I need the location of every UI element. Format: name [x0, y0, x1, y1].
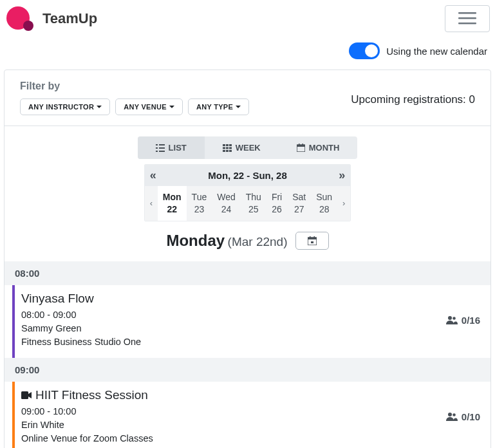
filter-instructor-label: ANY INSTRUCTOR — [28, 103, 94, 111]
logo-icon — [5, 5, 36, 32]
caret-down-icon — [97, 106, 102, 108]
next-day-button[interactable]: › — [337, 198, 350, 208]
svg-rect-7 — [156, 147, 158, 149]
day-cell[interactable]: Thu25 — [241, 186, 266, 221]
svg-point-32 — [448, 413, 452, 416]
event-capacity-text: 0/10 — [462, 411, 480, 422]
svg-rect-22 — [299, 144, 300, 145]
svg-point-29 — [448, 316, 452, 320]
calendar-toggle-row: Using the new calendar — [0, 37, 495, 70]
filter-type-label: ANY TYPE — [196, 103, 233, 111]
schedule-list: 08:00Vinyasa Flow08:00 - 09:00Sammy Gree… — [5, 261, 490, 448]
event-instructor: Erin White — [21, 418, 446, 432]
day-cell[interactable]: Sat27 — [287, 186, 311, 221]
svg-rect-4 — [458, 23, 476, 24]
filter-venue-label: ANY VENUE — [124, 103, 167, 111]
users-icon — [446, 315, 458, 324]
date-title-row: Monday (Mar 22nd) — [5, 224, 490, 261]
svg-rect-14 — [223, 147, 225, 149]
svg-rect-26 — [310, 236, 311, 238]
day-label: Thu — [246, 191, 261, 203]
event-row[interactable]: Vinyasa Flow08:00 - 09:00Sammy GreenFitn… — [12, 285, 490, 358]
day-label: Sat — [292, 191, 306, 203]
filter-type-dropdown[interactable]: ANY TYPE — [188, 98, 249, 115]
filter-venue-dropdown[interactable]: ANY VENUE — [115, 98, 183, 115]
caret-down-icon — [236, 106, 241, 108]
svg-rect-12 — [226, 144, 229, 146]
app-header: TeamUp — [0, 0, 495, 37]
filter-title: Filter by — [20, 80, 249, 92]
event-title: HIIT Fitness Session — [21, 388, 446, 402]
event-capacity-text: 0/16 — [462, 315, 480, 326]
svg-rect-13 — [229, 144, 232, 146]
caret-down-icon — [169, 106, 174, 108]
day-label: Fri — [272, 191, 282, 203]
svg-rect-6 — [159, 144, 165, 145]
calendar-panel: Filter by ANY INSTRUCTOR ANY VENUE ANY T… — [4, 70, 491, 448]
event-title-text: Vinyasa Flow — [21, 292, 94, 306]
svg-point-33 — [453, 414, 456, 417]
prev-week-button[interactable]: « — [150, 169, 156, 182]
day-cell[interactable]: Tue23 — [187, 186, 212, 221]
event-capacity: 0/16 — [446, 315, 480, 326]
grid-icon — [223, 144, 232, 152]
switch-knob — [365, 44, 378, 57]
event-venue: Online Venue for Zoom Classes — [21, 432, 446, 445]
svg-rect-5 — [156, 144, 158, 145]
event-time: 08:00 - 09:00 — [21, 308, 446, 322]
day-num: 27 — [292, 203, 306, 216]
svg-rect-8 — [159, 147, 165, 149]
video-icon — [21, 391, 32, 399]
day-cell[interactable]: Wed24 — [212, 186, 241, 221]
view-tab-month[interactable]: MONTH — [279, 136, 358, 159]
svg-point-1 — [23, 21, 33, 31]
time-header: 08:00 — [5, 261, 490, 285]
day-cell[interactable]: Fri26 — [266, 186, 287, 221]
date-title-sub: (Mar 22nd) — [228, 235, 288, 248]
list-icon — [156, 144, 165, 152]
menu-toggle-button[interactable] — [445, 5, 490, 32]
svg-rect-18 — [226, 150, 229, 152]
svg-rect-23 — [302, 144, 303, 145]
day-label: Tue — [192, 191, 207, 203]
event-capacity: 0/10 — [446, 411, 480, 422]
day-label: Mon — [163, 191, 182, 203]
date-title-main: Monday — [166, 232, 225, 249]
svg-rect-10 — [159, 151, 165, 152]
hamburger-icon — [458, 12, 476, 25]
event-instructor: Sammy Green — [21, 322, 446, 335]
event-body: HIIT Fitness Session09:00 - 10:00Erin Wh… — [21, 388, 446, 445]
day-num: 26 — [272, 203, 282, 216]
view-tab-list-label: LIST — [169, 143, 187, 153]
calendar-icon — [308, 236, 317, 245]
date-picker-button[interactable] — [295, 232, 329, 250]
svg-rect-15 — [226, 147, 229, 149]
svg-rect-25 — [308, 238, 317, 239]
prev-day-button[interactable]: ‹ — [145, 198, 158, 208]
day-cell[interactable]: Mon22 — [158, 186, 187, 221]
view-tab-list[interactable]: LIST — [138, 136, 205, 159]
day-row: ‹ Mon22Tue23Wed24Thu25Fri26Sat27Sun28› — [145, 186, 350, 221]
filter-row: Filter by ANY INSTRUCTOR ANY VENUE ANY T… — [5, 70, 490, 126]
svg-rect-31 — [21, 391, 28, 399]
svg-rect-27 — [313, 236, 315, 238]
svg-rect-21 — [297, 145, 305, 147]
svg-rect-17 — [223, 150, 225, 152]
event-title-text: HIIT Fitness Session — [35, 388, 148, 402]
view-toggle: LIST WEEK — [5, 126, 490, 164]
view-tab-week[interactable]: WEEK — [205, 136, 279, 159]
users-icon — [446, 412, 458, 421]
svg-rect-16 — [229, 147, 232, 149]
next-week-button[interactable]: » — [339, 169, 345, 182]
day-cell[interactable]: Sun28 — [311, 186, 337, 221]
day-label: Sun — [316, 191, 332, 203]
event-time: 09:00 - 10:00 — [21, 405, 446, 418]
day-num: 25 — [246, 203, 261, 216]
week-nav: « Mon, 22 - Sun, 28 » ‹ Mon22Tue23Wed24T… — [5, 164, 490, 224]
event-row[interactable]: HIIT Fitness Session09:00 - 10:00Erin Wh… — [12, 382, 490, 448]
brand: TeamUp — [5, 5, 97, 32]
svg-rect-2 — [458, 12, 476, 14]
svg-rect-3 — [458, 17, 476, 19]
toggle-switch[interactable] — [349, 42, 380, 59]
filter-instructor-dropdown[interactable]: ANY INSTRUCTOR — [20, 98, 110, 115]
